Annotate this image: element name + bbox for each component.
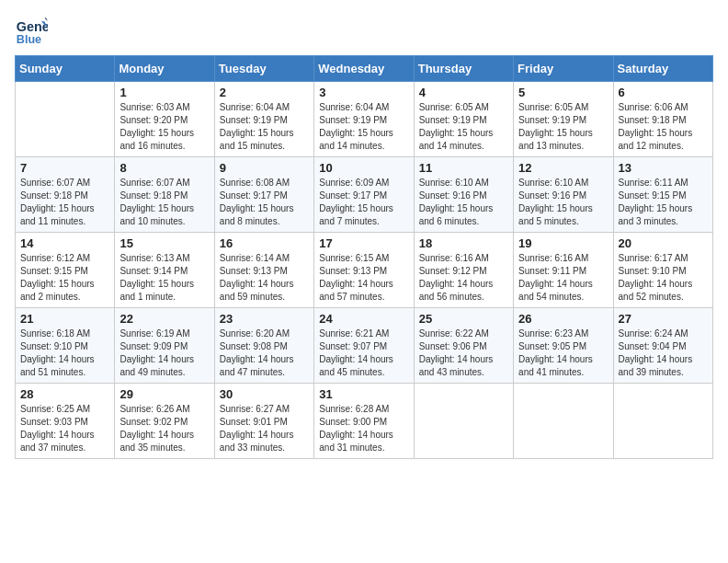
calendar-cell (514, 384, 613, 459)
calendar-cell: 30Sunrise: 6:27 AMSunset: 9:01 PMDayligh… (214, 384, 313, 459)
calendar-cell: 23Sunrise: 6:20 AMSunset: 9:08 PMDayligh… (214, 308, 313, 384)
calendar-cell (613, 384, 712, 459)
day-number: 2 (220, 86, 309, 99)
day-number: 29 (119, 387, 209, 401)
weekday-header-tuesday: Tuesday (214, 56, 313, 82)
day-info: Sunrise: 6:27 AMSunset: 9:01 PMDaylight:… (220, 403, 309, 454)
day-info: Sunrise: 6:13 AMSunset: 9:14 PMDaylight:… (119, 252, 209, 304)
calendar-cell (16, 82, 115, 157)
day-info: Sunrise: 6:18 AMSunset: 9:10 PMDaylight:… (20, 327, 109, 379)
calendar-cell: 22Sunrise: 6:19 AMSunset: 9:09 PMDayligh… (115, 308, 214, 384)
calendar-cell: 25Sunrise: 6:22 AMSunset: 9:06 PMDayligh… (414, 308, 513, 384)
calendar-cell: 31Sunrise: 6:28 AMSunset: 9:00 PMDayligh… (314, 384, 414, 459)
day-info: Sunrise: 6:16 AMSunset: 9:11 PMDaylight:… (518, 252, 608, 304)
day-info: Sunrise: 6:19 AMSunset: 9:09 PMDaylight:… (119, 327, 209, 379)
day-info: Sunrise: 6:10 AMSunset: 9:16 PMDaylight:… (518, 177, 608, 228)
day-info: Sunrise: 6:15 AMSunset: 9:13 PMDaylight:… (319, 252, 408, 304)
calendar-cell: 18Sunrise: 6:16 AMSunset: 9:12 PMDayligh… (414, 233, 513, 308)
calendar-week-4: 21Sunrise: 6:18 AMSunset: 9:10 PMDayligh… (16, 308, 713, 384)
calendar-cell: 21Sunrise: 6:18 AMSunset: 9:10 PMDayligh… (16, 308, 115, 384)
day-info: Sunrise: 6:24 AMSunset: 9:04 PMDaylight:… (619, 327, 708, 379)
calendar-cell: 3Sunrise: 6:04 AMSunset: 9:19 PMDaylight… (314, 82, 414, 157)
page-header: General Blue (15, 15, 713, 48)
calendar-table: SundayMondayTuesdayWednesdayThursdayFrid… (15, 55, 713, 459)
day-number: 11 (419, 161, 508, 175)
weekday-header-monday: Monday (115, 56, 214, 82)
day-number: 15 (119, 236, 209, 250)
calendar-cell: 14Sunrise: 6:12 AMSunset: 9:15 PMDayligh… (16, 233, 115, 308)
calendar-cell: 9Sunrise: 6:08 AMSunset: 9:17 PMDaylight… (214, 157, 313, 233)
day-info: Sunrise: 6:23 AMSunset: 9:05 PMDaylight:… (518, 327, 608, 379)
calendar-cell: 19Sunrise: 6:16 AMSunset: 9:11 PMDayligh… (514, 233, 613, 308)
day-number: 28 (20, 387, 109, 401)
day-number: 23 (220, 312, 309, 326)
calendar-cell: 4Sunrise: 6:05 AMSunset: 9:19 PMDaylight… (414, 82, 513, 157)
day-number: 18 (419, 236, 508, 250)
calendar-cell: 27Sunrise: 6:24 AMSunset: 9:04 PMDayligh… (613, 308, 712, 384)
calendar-cell: 20Sunrise: 6:17 AMSunset: 9:10 PMDayligh… (613, 233, 712, 308)
logo-icon: General Blue (15, 15, 48, 48)
day-info: Sunrise: 6:22 AMSunset: 9:06 PMDaylight:… (419, 327, 508, 379)
calendar-week-3: 14Sunrise: 6:12 AMSunset: 9:15 PMDayligh… (16, 233, 713, 308)
calendar-cell: 13Sunrise: 6:11 AMSunset: 9:15 PMDayligh… (613, 157, 712, 233)
day-number: 14 (20, 236, 109, 250)
calendar-week-5: 28Sunrise: 6:25 AMSunset: 9:03 PMDayligh… (16, 384, 713, 459)
day-info: Sunrise: 6:05 AMSunset: 9:19 PMDaylight:… (518, 101, 608, 153)
day-info: Sunrise: 6:07 AMSunset: 9:18 PMDaylight:… (119, 177, 209, 228)
day-info: Sunrise: 6:28 AMSunset: 9:00 PMDaylight:… (319, 403, 408, 454)
day-info: Sunrise: 6:03 AMSunset: 9:20 PMDaylight:… (119, 101, 209, 153)
weekday-header-saturday: Saturday (613, 56, 712, 82)
day-number: 22 (119, 312, 209, 326)
day-info: Sunrise: 6:16 AMSunset: 9:12 PMDaylight:… (419, 252, 508, 304)
weekday-header-thursday: Thursday (414, 56, 513, 82)
calendar-cell: 16Sunrise: 6:14 AMSunset: 9:13 PMDayligh… (214, 233, 313, 308)
calendar-cell: 15Sunrise: 6:13 AMSunset: 9:14 PMDayligh… (115, 233, 214, 308)
day-info: Sunrise: 6:17 AMSunset: 9:10 PMDaylight:… (619, 252, 708, 304)
day-info: Sunrise: 6:06 AMSunset: 9:18 PMDaylight:… (619, 101, 708, 153)
day-number: 24 (319, 312, 408, 326)
day-number: 20 (619, 236, 708, 250)
day-number: 6 (619, 86, 708, 99)
weekday-header-sunday: Sunday (16, 56, 115, 82)
day-number: 3 (319, 86, 408, 99)
day-number: 1 (119, 86, 209, 99)
calendar-cell: 28Sunrise: 6:25 AMSunset: 9:03 PMDayligh… (16, 384, 115, 459)
day-info: Sunrise: 6:10 AMSunset: 9:16 PMDaylight:… (419, 177, 508, 228)
day-number: 27 (619, 312, 708, 326)
calendar-cell: 24Sunrise: 6:21 AMSunset: 9:07 PMDayligh… (314, 308, 414, 384)
day-number: 4 (419, 86, 508, 99)
calendar-cell: 1Sunrise: 6:03 AMSunset: 9:20 PMDaylight… (115, 82, 214, 157)
day-info: Sunrise: 6:04 AMSunset: 9:19 PMDaylight:… (319, 101, 408, 153)
day-number: 31 (319, 387, 408, 401)
calendar-cell: 12Sunrise: 6:10 AMSunset: 9:16 PMDayligh… (514, 157, 613, 233)
day-info: Sunrise: 6:20 AMSunset: 9:08 PMDaylight:… (220, 327, 309, 379)
day-info: Sunrise: 6:04 AMSunset: 9:19 PMDaylight:… (220, 101, 309, 153)
day-number: 19 (518, 236, 608, 250)
svg-text:Blue: Blue (17, 33, 41, 46)
weekday-header-row: SundayMondayTuesdayWednesdayThursdayFrid… (16, 56, 713, 82)
logo: General Blue (15, 15, 48, 48)
day-number: 12 (518, 161, 608, 175)
day-info: Sunrise: 6:14 AMSunset: 9:13 PMDaylight:… (220, 252, 309, 304)
day-number: 9 (220, 161, 309, 175)
weekday-header-wednesday: Wednesday (314, 56, 414, 82)
day-info: Sunrise: 6:12 AMSunset: 9:15 PMDaylight:… (20, 252, 109, 304)
calendar-cell: 6Sunrise: 6:06 AMSunset: 9:18 PMDaylight… (613, 82, 712, 157)
calendar-cell: 11Sunrise: 6:10 AMSunset: 9:16 PMDayligh… (414, 157, 513, 233)
calendar-cell: 10Sunrise: 6:09 AMSunset: 9:17 PMDayligh… (314, 157, 414, 233)
day-number: 13 (619, 161, 708, 175)
weekday-header-friday: Friday (514, 56, 613, 82)
calendar-week-2: 7Sunrise: 6:07 AMSunset: 9:18 PMDaylight… (16, 157, 713, 233)
day-number: 17 (319, 236, 408, 250)
day-info: Sunrise: 6:07 AMSunset: 9:18 PMDaylight:… (20, 177, 109, 228)
day-number: 30 (220, 387, 309, 401)
day-number: 8 (119, 161, 209, 175)
day-info: Sunrise: 6:08 AMSunset: 9:17 PMDaylight:… (220, 177, 309, 228)
calendar-cell: 17Sunrise: 6:15 AMSunset: 9:13 PMDayligh… (314, 233, 414, 308)
calendar-cell: 8Sunrise: 6:07 AMSunset: 9:18 PMDaylight… (115, 157, 214, 233)
calendar-cell: 5Sunrise: 6:05 AMSunset: 9:19 PMDaylight… (514, 82, 613, 157)
day-info: Sunrise: 6:09 AMSunset: 9:17 PMDaylight:… (319, 177, 408, 228)
calendar-cell: 26Sunrise: 6:23 AMSunset: 9:05 PMDayligh… (514, 308, 613, 384)
day-number: 5 (518, 86, 608, 99)
day-number: 10 (319, 161, 408, 175)
